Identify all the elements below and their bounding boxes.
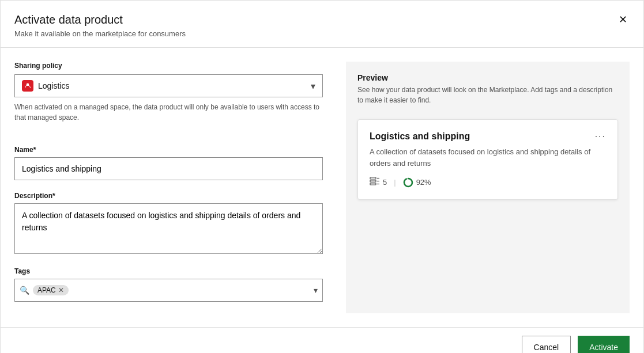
header-text: Activate data product Make it available …: [14, 12, 186, 38]
dataset-icon: [370, 177, 380, 188]
card-header: Logistics and shipping ···: [370, 131, 606, 142]
modal-footer: Cancel Activate: [1, 327, 643, 353]
activate-data-product-modal: Activate data product Make it available …: [0, 0, 644, 353]
sharing-policy-field: Sharing policy Logistics ▾ When activate…: [14, 62, 323, 123]
quality-item: 92%: [403, 177, 431, 188]
description-input[interactable]: A collection of datasets focused on logi…: [14, 203, 323, 254]
right-panel: Preview See how your data product will l…: [346, 62, 630, 313]
dataset-count: 5: [383, 178, 387, 187]
tags-chevron-icon: ▾: [314, 286, 318, 295]
sharing-policy-label: Sharing policy: [14, 62, 323, 70]
activate-button[interactable]: Activate: [578, 336, 630, 353]
card-description: A collection of datasets focused on logi…: [370, 146, 606, 169]
close-icon: ✕: [619, 14, 627, 25]
name-field: Name*: [14, 146, 323, 180]
managed-space-svg: [24, 82, 31, 89]
quality-ring-icon: [403, 177, 413, 188]
modal-header: Activate data product Make it available …: [1, 1, 643, 48]
name-label: Name*: [14, 146, 323, 154]
description-label: Description*: [14, 192, 323, 200]
preview-title: Preview: [357, 73, 618, 82]
name-input[interactable]: [14, 157, 323, 180]
sharing-policy-value: Logistics: [38, 81, 311, 90]
modal-subtitle: Make it available on the marketplace for…: [14, 29, 186, 38]
cancel-button[interactable]: Cancel: [522, 336, 571, 353]
tags-input[interactable]: 🔍 APAC ✕ ▾: [14, 279, 323, 302]
chevron-down-icon: ▾: [311, 81, 315, 92]
modal-body: Sharing policy Logistics ▾ When activate…: [1, 48, 643, 327]
tag-remove-button[interactable]: ✕: [58, 287, 64, 294]
sharing-policy-helper: When activated on a managed space, the d…: [14, 102, 323, 123]
tags-field: Tags 🔍 APAC ✕ ▾: [14, 267, 323, 302]
meta-divider: |: [394, 178, 396, 187]
preview-subtitle: See how your data product will look on t…: [357, 85, 618, 105]
preview-card: Logistics and shipping ··· A collection …: [357, 119, 618, 200]
tag-chip-apac: APAC ✕: [33, 285, 69, 295]
quality-percent: 92%: [416, 178, 431, 187]
card-title: Logistics and shipping: [370, 131, 470, 142]
svg-rect-3: [370, 183, 376, 185]
card-meta: 5 | 92%: [370, 177, 606, 188]
svg-point-8: [404, 179, 412, 187]
tags-label: Tags: [14, 267, 323, 275]
tag-label: APAC: [37, 286, 56, 294]
dataset-count-item: 5: [370, 177, 387, 188]
close-button[interactable]: ✕: [616, 12, 630, 27]
search-icon: 🔍: [20, 286, 29, 295]
left-panel: Sharing policy Logistics ▾ When activate…: [14, 62, 323, 313]
description-field: Description* A collection of datasets fo…: [14, 192, 323, 256]
svg-rect-1: [370, 177, 376, 179]
dataset-svg: [370, 177, 380, 186]
svg-rect-2: [370, 180, 376, 182]
sharing-policy-select[interactable]: Logistics ▾: [14, 74, 323, 97]
managed-space-icon: [22, 80, 33, 92]
card-menu-icon[interactable]: ···: [595, 131, 606, 142]
modal-title: Activate data product: [14, 12, 186, 27]
